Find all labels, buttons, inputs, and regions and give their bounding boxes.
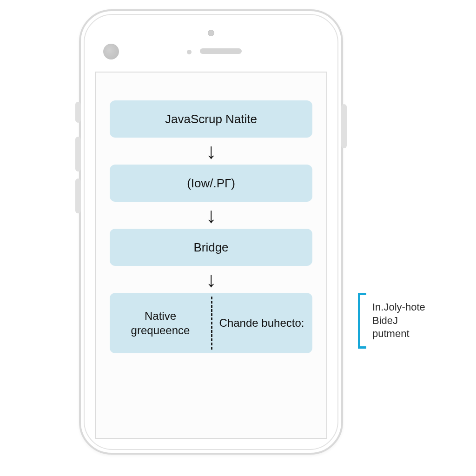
flow-node-js: JavaScrup Natite	[110, 100, 312, 138]
arrow-down-icon: ↓	[206, 269, 217, 290]
phone-screen: JavaScrup Natite ↓ (Iow/.PГ) ↓ Bridge ↓ …	[95, 72, 327, 439]
annotation-line-1: In.Joly-hote	[372, 301, 425, 314]
phone-frame: JavaScrup Natite ↓ (Iow/.PГ) ↓ Bridge ↓ …	[79, 9, 343, 455]
sensor-dot-icon	[187, 50, 192, 54]
split-left-label: Native grequeence	[110, 309, 211, 337]
side-button-left-2	[75, 137, 81, 172]
annotation-line-3: putment	[372, 327, 425, 341]
diagram-stage: JavaScrup Natite ↓ (Iow/.PГ) ↓ Bridge ↓ …	[0, 0, 476, 476]
annotation-bracket-group: In.Joly-hote BideJ putment	[358, 293, 425, 349]
flow-node-low: (Iow/.PГ)	[110, 165, 312, 202]
front-camera-icon	[103, 44, 119, 60]
architecture-flow: JavaScrup Natite ↓ (Iow/.PГ) ↓ Bridge ↓ …	[110, 100, 312, 353]
bracket-icon	[358, 293, 367, 349]
top-camera-icon	[208, 30, 214, 36]
side-button-left-3	[75, 178, 81, 213]
split-right-label: Chande buhecto:	[211, 316, 312, 330]
split-divider	[211, 297, 212, 350]
flow-node-bridge: Bridge	[110, 229, 312, 266]
side-button-right	[341, 104, 347, 148]
speaker-grille-icon	[200, 48, 242, 54]
annotation-line-2: BideJ	[372, 314, 425, 328]
annotation-text: In.Joly-hote BideJ putment	[372, 301, 425, 341]
arrow-down-icon: ↓	[206, 140, 217, 162]
arrow-down-icon: ↓	[206, 205, 217, 226]
flow-node-split: Native grequeence Chande buhecto:	[110, 293, 312, 353]
side-button-left-1	[75, 102, 81, 123]
